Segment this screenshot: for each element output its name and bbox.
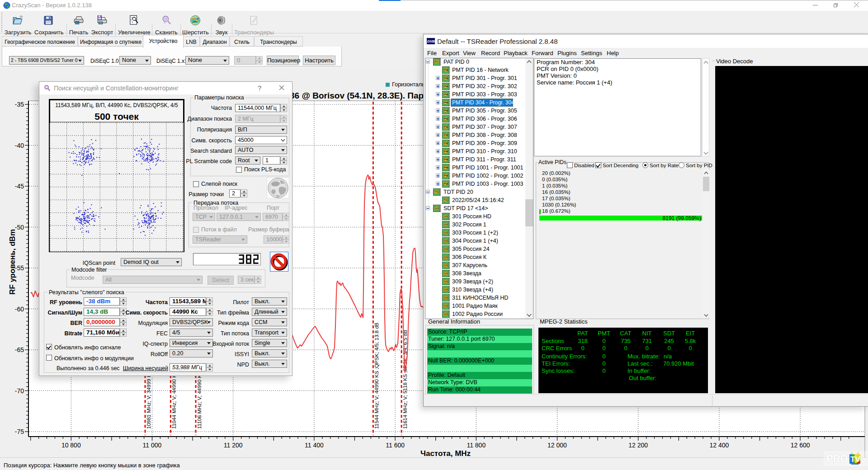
svg-text:-40: -40 — [15, 142, 24, 149]
svg-text:PM: PM — [444, 142, 448, 145]
svg-text:11614 MHz; V; 5118 KS ;8PSK; 3: 11614 MHz; V; 5118 KS ;8PSK; 3/4; 6.5 dB — [402, 330, 408, 429]
svg-text:SD: SD — [444, 296, 448, 299]
svg-text:SD: SD — [444, 288, 448, 291]
svg-text:-60: -60 — [15, 306, 24, 313]
svg-text:12 200: 12 200 — [628, 442, 648, 449]
svg-text:-35: -35 — [15, 101, 24, 108]
svg-text:SD: SD — [444, 305, 448, 307]
svg-text:-75: -75 — [15, 428, 24, 435]
svg-text:PA: PA — [435, 61, 439, 63]
svg-text:SD: SD — [444, 313, 448, 315]
svg-text:PM: PM — [444, 158, 448, 161]
svg-text:PM: PM — [444, 77, 448, 80]
svg-text:SD: SD — [444, 280, 448, 283]
svg-text:SD: SD — [444, 264, 448, 267]
svg-text:PM: PM — [444, 126, 448, 128]
svg-text:PM: PM — [444, 174, 448, 177]
svg-text:SD: SD — [444, 231, 448, 234]
svg-text:11 400: 11 400 — [305, 442, 324, 449]
svg-text:12 000: 12 000 — [547, 442, 567, 449]
svg-text:TV: TV — [850, 455, 860, 464]
svg-text:SD: SD — [444, 215, 448, 218]
svg-text:PM: PM — [444, 118, 448, 120]
svg-text:-65: -65 — [15, 346, 24, 353]
svg-text:PM: PM — [444, 101, 448, 104]
svg-text:PM: PM — [444, 166, 448, 169]
svg-text:-45: -45 — [15, 183, 24, 190]
svg-text:PM: PM — [444, 85, 448, 88]
svg-text:12 400: 12 400 — [709, 442, 729, 449]
svg-text:PM: PM — [444, 69, 448, 71]
svg-text:TD: TD — [435, 191, 439, 193]
svg-text:TD: TD — [444, 199, 448, 202]
svg-text:SD: SD — [444, 223, 448, 226]
svg-text:SD: SD — [444, 248, 448, 250]
svg-text:SD: SD — [444, 240, 448, 242]
svg-text:-70: -70 — [15, 387, 24, 395]
svg-text:PM: PM — [444, 134, 448, 136]
svg-text:PM: PM — [444, 150, 448, 153]
svg-text:11 800: 11 800 — [467, 442, 486, 449]
svg-text:11106 MHz; V; 44990 KS ;: 11106 MHz; V; 44990 KS ; — [197, 368, 202, 429]
svg-text:SD: SD — [444, 256, 448, 258]
svg-text:SD: SD — [435, 207, 439, 210]
svg-text:PM: PM — [444, 93, 448, 96]
svg-text:10981 MHz; V; 34999 KS ;: 10981 MHz; V; 34999 KS ; — [146, 367, 151, 429]
svg-text:RF уровень, dBm: RF уровень, dBm — [8, 229, 17, 295]
svg-text:11 200: 11 200 — [224, 442, 243, 449]
svg-text:DVB: DVB — [427, 39, 435, 43]
svg-text:11 000: 11 000 — [143, 442, 162, 449]
svg-text:10 800: 10 800 — [61, 442, 81, 449]
svg-text:PM: PM — [444, 183, 448, 185]
svg-text:11044 MHz; V; 44990 KS ;: 11044 MHz; V; 44990 KS ; — [171, 368, 177, 429]
svg-text:SD: SD — [444, 272, 448, 275]
svg-text:PM: PM — [444, 109, 448, 112]
svg-text:12 600: 12 600 — [791, 442, 810, 449]
svg-text:11 600: 11 600 — [386, 442, 405, 449]
svg-text:11544 MHz; V; 44990 KS ;QPSK;: 11544 MHz; V; 44990 KS ;QPSK; 4/5; 13.8 … — [374, 322, 379, 429]
svg-text:Частота, MHz: Частота, MHz — [420, 449, 471, 457]
